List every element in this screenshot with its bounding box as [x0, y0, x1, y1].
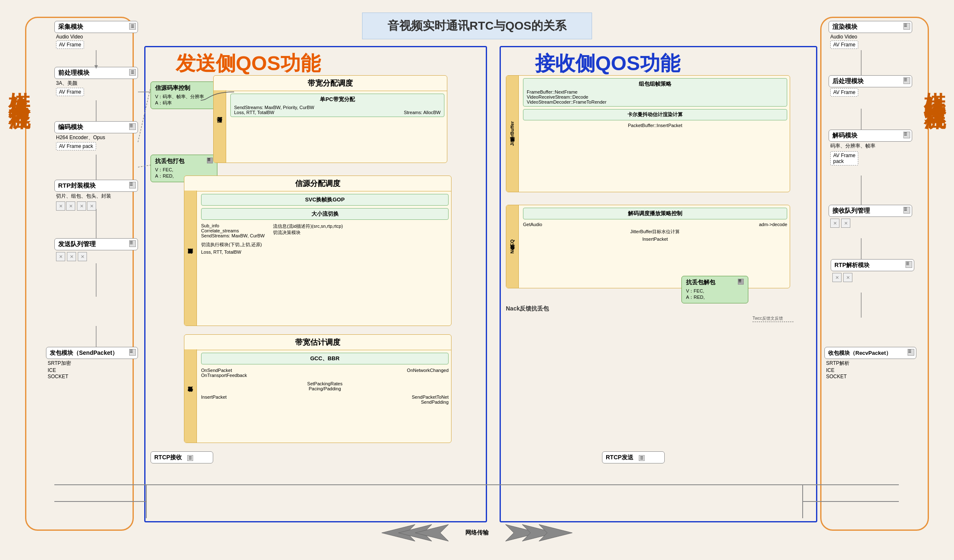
- rtp-parse-module: RTP解析模块 ☰: [831, 259, 914, 282]
- rq-grid-2: [841, 219, 850, 228]
- transport-label: 网络传输: [461, 529, 493, 537]
- render-module: 渲染模块 ☰ Audio Video AV Frame: [829, 21, 912, 49]
- rtp-parse-grid-1: [832, 273, 842, 282]
- sq-grid-2: [67, 252, 76, 261]
- send-packet-icon: ☰: [129, 349, 136, 356]
- encode-icon: ☰: [129, 123, 136, 130]
- decode-av-frame-pack: AV Framepack: [830, 151, 858, 165]
- left-side-label: 媒体发送流程: [8, 75, 30, 95]
- preprocess-module: 前处理模块 ☰ 3A、美颜 AV Frame: [54, 67, 138, 96]
- recv-packet-icon: ☰: [908, 349, 914, 356]
- send-section-title: 发送侧QOS功能: [176, 50, 321, 77]
- encode-module: 编码模块 ☰ H264 Encoder、Opus AV Frame pack: [54, 121, 138, 150]
- render-av-frame: AV Frame: [830, 41, 858, 49]
- capture-icon: ☰: [129, 23, 136, 30]
- bw-estimate-panel: 带宽估计调度 带宽估计 GCC、BBR OnSendPacket OnTrans…: [184, 334, 451, 443]
- recv-queue-icon: ☰: [903, 207, 910, 214]
- preprocess-icon: ☰: [129, 69, 136, 76]
- capture-av-frame: AV Frame: [56, 41, 84, 49]
- sq-grid-1: [56, 252, 65, 261]
- sq-grid-3: [78, 252, 87, 261]
- jitter-buffer-label: 视频JitterBuffer: [509, 121, 515, 146]
- postprocess-icon: ☰: [903, 77, 910, 84]
- rq-grid-1: [830, 219, 839, 228]
- transport-area: 网络传输: [146, 522, 808, 543]
- right-arrows-icon: [497, 522, 581, 543]
- fec-pack-icon: ☰: [207, 158, 213, 163]
- send-packet-module: 发包模块（SendPacket） ☰ SRTP加密 ICE SOCKET: [46, 347, 138, 379]
- send-queue-module: 发送队列管理 ☰: [54, 238, 138, 261]
- recv-section-title: 接收侧QOS功能: [535, 50, 680, 77]
- send-queue-icon: ☰: [129, 240, 136, 247]
- rtp-pack-icon: ☰: [129, 182, 136, 188]
- rtp-grid-icon-3: [77, 201, 86, 211]
- right-side-label: 媒体接收流程: [924, 75, 946, 95]
- encode-av-frame-pack: AV Frame pack: [56, 142, 96, 150]
- rtcp-send: RTCP发送 ☰: [602, 451, 665, 463]
- svg-marker-2: [415, 524, 449, 541]
- rtp-parse-icon: ☰: [906, 261, 912, 268]
- decode-module: 解码模块 ☰ 码率、分辨率、帧率 AV Framepack: [829, 130, 912, 165]
- twcc-label: Twcc反馈文反馈: [752, 316, 783, 321]
- fec-unpack-icon: ☰: [738, 279, 744, 285]
- recv-queue-module: 接收队列管理 ☰: [829, 205, 912, 228]
- fec-unpack-box: 抗丢包解包 ☰ V：FEC, A：RED,: [681, 276, 748, 303]
- nack-label: Nack反馈抗丢包: [506, 305, 589, 313]
- rtp-grid-icon-1: [56, 201, 65, 211]
- recv-packet-module: 收包模块（RecvPacket） ☰ SRTP解析 ICE SOCKET: [824, 347, 916, 379]
- capture-module: 采集模块 ☰ Audio Video AV Frame: [54, 21, 138, 49]
- neteq-panel: 音频NetEQ 解码调度播放策略控制 GetAudio adm->decode …: [506, 205, 790, 288]
- rtp-parse-grid-2: [843, 273, 852, 282]
- rtcp-recv-icon: ☰: [187, 455, 193, 461]
- neteq-label: 音频NetEQ: [509, 239, 515, 254]
- preprocess-av-frame: AV Frame: [56, 88, 84, 96]
- jitter-buffer-panel: 视频JitterBuffer 组包组帧策略 FrameBuffer::NextF…: [506, 75, 790, 192]
- main-title: 音视频实时通讯RTC与QOS的关系: [362, 13, 592, 39]
- rtp-grid-icon-2: [66, 201, 75, 211]
- rtcp-send-icon: ☰: [639, 455, 645, 461]
- rtp-pack-module: RTP封装模块 ☰ 切片、组包、包头、封装: [54, 180, 138, 211]
- rtcp-recv: RTCP接收 ☰: [150, 451, 213, 463]
- left-arrows-icon: [373, 522, 457, 543]
- bandwidth-dist-panel: 带宽分配调度 分配分发 单PC带宽分配 SendStreams: MaxBW, …: [213, 75, 447, 163]
- main-container: 音视频实时通讯RTC与QOS的关系 媒体发送流程 媒体接收流程 发送侧QOS功能…: [0, 0, 954, 560]
- source-dist-panel: 信源分配调度 频道控制 SVC换帧换GOP 大小流切换 Sub_info Cor…: [184, 176, 451, 326]
- render-icon: ☰: [903, 23, 910, 30]
- postprocess-av-frame: AV Frame: [830, 88, 858, 97]
- postprocess-module: 后处理模块 ☰ AV Frame: [829, 75, 912, 97]
- rtp-grid-icon-4: [87, 201, 96, 211]
- decode-icon: ☰: [903, 132, 910, 138]
